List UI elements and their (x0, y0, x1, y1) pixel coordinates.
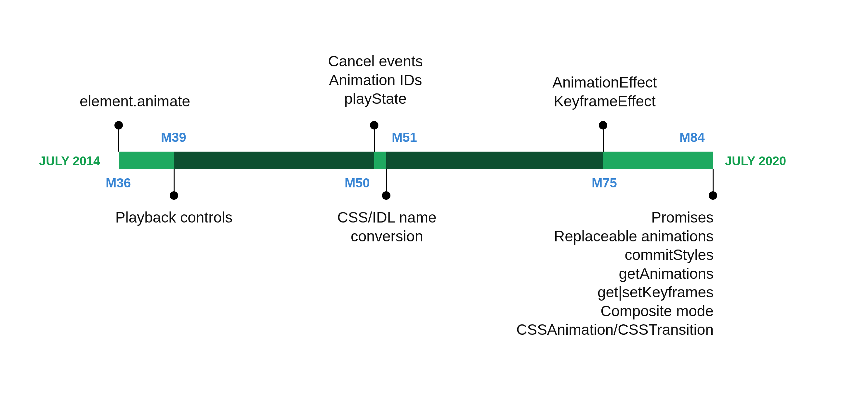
timeline-bar-seg-2 (174, 152, 374, 169)
event-text: Promises (509, 208, 714, 227)
dot-m51 (370, 121, 378, 129)
event-m75-label: AnimationEffect KeyframeEffect (546, 73, 663, 111)
timeline-bar-seg-1 (119, 152, 174, 169)
event-text: CSS/IDL name (318, 208, 455, 227)
event-m36-label: element.animate (80, 92, 190, 111)
event-text: AnimationEffect (546, 73, 663, 92)
event-text: Composite mode (509, 302, 714, 321)
event-m84-label: Promises Replaceable animations commitSt… (509, 208, 714, 339)
timeline-bar-seg-4 (386, 152, 603, 169)
timeline-start-label: JULY 2014 (39, 154, 100, 168)
event-text: element.animate (80, 93, 190, 110)
dot-m36 (115, 121, 123, 129)
event-text: Playback controls (116, 209, 233, 226)
timeline-bar-seg-3 (374, 152, 386, 169)
event-text: commitStyles (509, 245, 714, 264)
dot-m84 (709, 191, 717, 200)
version-m36: M36 (106, 176, 131, 190)
dot-m50 (382, 191, 391, 200)
version-m84: M84 (679, 130, 705, 145)
timeline-bar-seg-5 (603, 152, 713, 169)
event-m50-label: CSS/IDL name conversion (318, 208, 455, 245)
version-m50: M50 (345, 176, 370, 190)
event-text: conversion (318, 227, 455, 246)
event-m51-label: Cancel events Animation IDs playState (306, 52, 445, 108)
version-m51: M51 (392, 130, 417, 145)
timeline-end-label: JULY 2020 (725, 154, 786, 168)
event-text: CSSAnimation/CSSTransition (509, 320, 714, 339)
event-text: Replaceable animations (509, 227, 714, 246)
event-text: KeyframeEffect (546, 92, 663, 111)
event-text: Animation IDs (306, 71, 445, 90)
event-text: getAnimations (509, 264, 714, 283)
event-text: playState (306, 89, 445, 108)
event-text: Cancel events (306, 52, 445, 71)
version-m75: M75 (592, 176, 617, 190)
dot-m39 (170, 191, 178, 200)
event-m39-label: Playback controls (88, 208, 260, 227)
event-text: get|setKeyframes (509, 283, 714, 302)
dot-m75 (599, 121, 607, 129)
version-m39: M39 (161, 130, 186, 145)
